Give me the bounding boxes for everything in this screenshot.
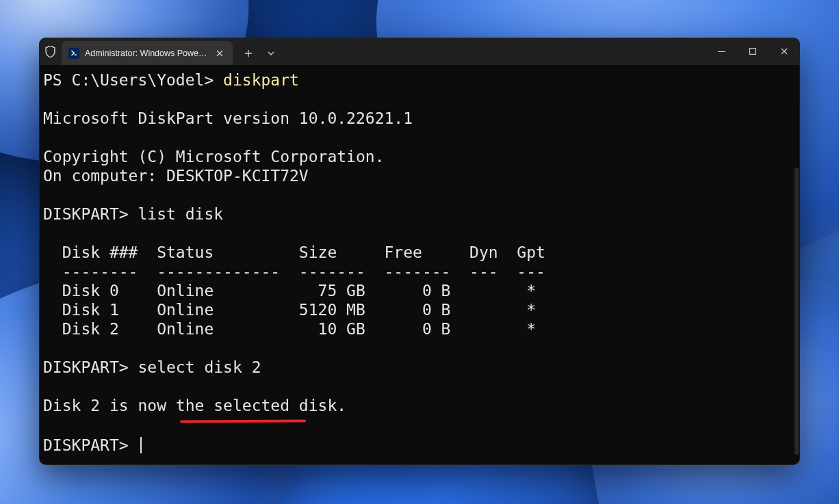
titlebar[interactable]: Administrator: Windows PowerShell (39, 38, 800, 65)
dp-prompt: DISKPART> (43, 358, 138, 376)
maximize-button[interactable] (737, 38, 769, 65)
cmd-diskpart: diskpart (223, 71, 299, 89)
shield-icon (39, 38, 62, 65)
powershell-icon (68, 48, 79, 59)
table-row: Disk 1 Online 5120 MB 0 B * (43, 301, 536, 319)
svg-rect-1 (750, 49, 756, 55)
tab-close-button[interactable] (214, 47, 226, 59)
copyright-line: Copyright (C) Microsoft Corporation. (43, 148, 385, 165)
tab-title: Administrator: Windows PowerShell (85, 49, 214, 58)
select-confirm: Disk 2 is now the selected disk. (43, 397, 346, 414)
minimize-button[interactable] (706, 38, 737, 65)
terminal-output[interactable]: PS C:\Users\Yodel> diskpart Microsoft Di… (39, 65, 800, 465)
scrollbar-thumb[interactable] (795, 168, 799, 455)
table-row: Disk 2 Online 10 GB 0 B * (43, 320, 536, 338)
disk-table-header: Disk ### Status Size Free Dyn Gpt (43, 243, 545, 261)
cmd-select-disk: select disk 2 (138, 358, 261, 376)
table-row: Disk 0 Online 75 GB 0 B * (43, 282, 536, 300)
version-line: Microsoft DiskPart version 10.0.22621.1 (43, 109, 413, 127)
computer-line: On computer: DESKTOP-KCIT72V (43, 167, 309, 185)
cmd-list-disk: list disk (138, 205, 223, 223)
svg-rect-0 (718, 51, 725, 52)
ps-prompt: PS C:\Users\Yodel> (43, 71, 223, 89)
close-button[interactable] (769, 38, 800, 65)
dp-prompt: DISKPART> (43, 205, 138, 223)
tab-active[interactable]: Administrator: Windows PowerShell (62, 41, 233, 65)
tab-dropdown-button[interactable] (260, 43, 282, 64)
dp-prompt: DISKPART> (43, 436, 138, 454)
disk-table-rule: -------- ------------- ------- ------- -… (43, 263, 545, 280)
terminal-window: Administrator: Windows PowerShell (39, 38, 800, 465)
new-tab-button[interactable] (238, 43, 259, 64)
text-cursor (140, 437, 142, 453)
titlebar-drag-region[interactable] (282, 38, 706, 65)
